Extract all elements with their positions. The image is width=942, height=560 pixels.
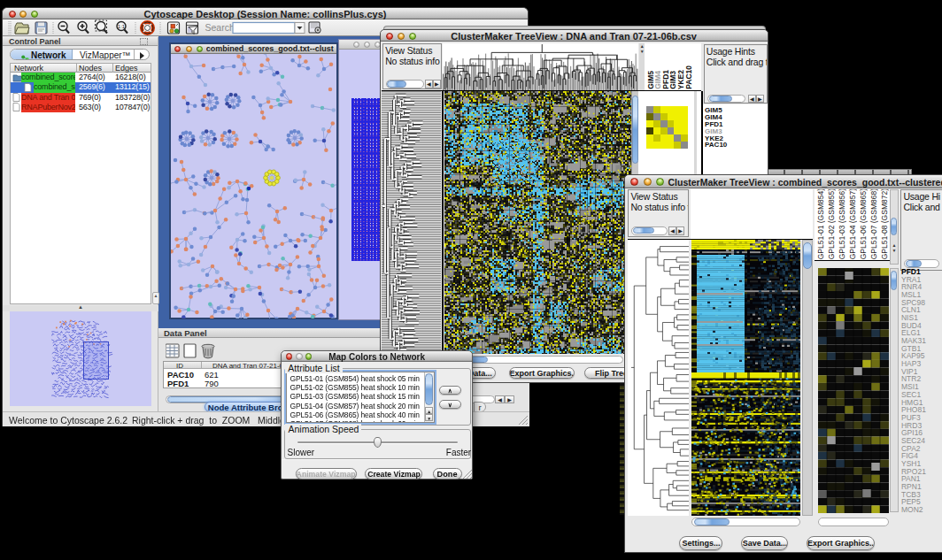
svg-text:1:1: 1:1 <box>118 24 126 29</box>
svg-text:Search:: Search: <box>205 22 237 33</box>
